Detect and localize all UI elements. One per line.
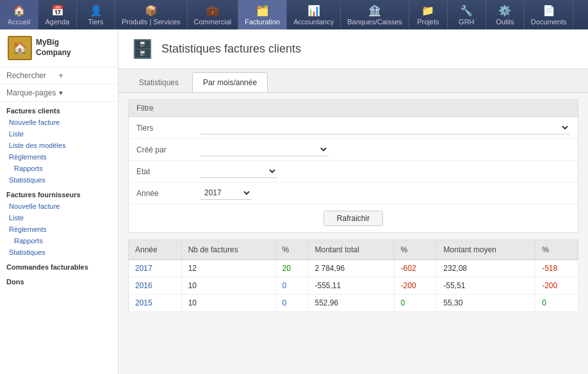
refresh-row: Rafraichir — [129, 204, 578, 232]
filter-header: Filtre — [129, 100, 578, 117]
cell-pct1: 0 — [275, 295, 308, 312]
nav-accueil[interactable]: 🏠 Accueil — [0, 0, 38, 29]
bookmarks-label: Marque-pages — [6, 88, 59, 97]
nav-banques[interactable]: 🏦 Banques/Caisses — [341, 0, 409, 29]
nav-projets[interactable]: 📁 Projets — [409, 0, 448, 29]
produits-icon: 📦 — [145, 4, 158, 17]
page-header: 🗄️ Statistiques factures clients — [118, 29, 588, 69]
filter-control-etat — [200, 165, 570, 178]
col-montant-total: Montant total — [308, 240, 394, 260]
facturation-icon: 🗂️ — [256, 4, 269, 17]
nav-outils-label: Outils — [496, 18, 514, 26]
refresh-button[interactable]: Rafraichir — [323, 211, 383, 226]
col-annee: Année — [129, 240, 182, 260]
tiers-select[interactable] — [200, 121, 570, 134]
nav-projets-label: Projets — [417, 18, 439, 26]
filter-row-tiers: Tiers — [129, 117, 578, 139]
filter-control-cree-par — [200, 143, 570, 156]
sidebar-link-reglements-fourn[interactable]: Règlements — [0, 224, 118, 235]
sidebar-search[interactable]: Rechercher ▾ — [0, 67, 118, 85]
filter-section: Filtre Tiers Créé par Etat — [128, 99, 578, 233]
cell-montant-total: -555,11 — [308, 277, 394, 295]
tab-par-mois-annee[interactable]: Par mois/année — [192, 72, 268, 92]
commercial-icon: 💼 — [206, 4, 219, 17]
col-pct3: % — [535, 240, 578, 260]
filter-label-etat: Etat — [136, 167, 200, 176]
cell-pct2: -200 — [394, 277, 437, 295]
nav-facturation[interactable]: 🗂️ Facturation — [238, 0, 287, 29]
filter-row-cree-par: Créé par — [129, 139, 578, 161]
nav-commercial[interactable]: 💼 Commercial — [188, 0, 239, 29]
sidebar-bookmarks[interactable]: Marque-pages ▾ — [0, 85, 118, 102]
outils-icon: ⚙️ — [498, 4, 511, 17]
sidebar-link-nouvelle-facture-client[interactable]: Nouvelle facture — [0, 117, 118, 128]
sidebar-section-factures-clients: Factures clients — [0, 102, 118, 117]
filter-label-cree-par: Créé par — [136, 145, 200, 154]
cell-nb-factures: 12 — [181, 260, 275, 277]
nav-agenda-label: Agenda — [45, 18, 70, 26]
annee-select[interactable]: 2017 2016 2015 — [200, 186, 252, 200]
page-title: Statistiques factures clients — [161, 42, 301, 56]
page-header-icon: 🗄️ — [131, 38, 154, 60]
home-icon: 🏠 — [13, 4, 26, 17]
top-navigation: 🏠 Accueil 📅 Agenda 👤 Tiers 📦 Produits | … — [0, 0, 588, 29]
sidebar-link-statistiques-client[interactable]: Statistiques — [0, 174, 118, 186]
company-name: MyBig Company — [36, 38, 71, 58]
sidebar: 🏠 MyBig Company Rechercher ▾ Marque-page… — [0, 29, 118, 374]
cell-montant-moyen: 55,30 — [437, 295, 535, 312]
main-content: 🗄️ Statistiques factures clients Statist… — [118, 29, 588, 374]
nav-accountancy-label: Accountancy — [293, 18, 334, 26]
cell-pct2: -602 — [394, 260, 437, 277]
table-row: 2015 10 0 552,96 0 55,30 0 — [129, 295, 578, 312]
sidebar-section-dons: Dons — [0, 273, 118, 288]
nav-documents[interactable]: 📄 Documents — [525, 0, 574, 29]
sidebar-link-reglements-client[interactable]: Règlements — [0, 151, 118, 163]
col-pct1: % — [275, 240, 308, 260]
sidebar-link-rapports-client[interactable]: Rapports — [0, 163, 118, 174]
sidebar-link-rapports-fourn[interactable]: Rapports — [0, 235, 118, 247]
sidebar-section-factures-fournisseurs: Factures fournisseurs — [0, 186, 118, 200]
etat-select[interactable] — [200, 165, 277, 178]
nav-grh[interactable]: 🔧 GRH — [448, 0, 486, 29]
nav-accountancy[interactable]: 📊 Accountancy — [287, 0, 341, 29]
cell-annee[interactable]: 2015 — [129, 295, 182, 312]
filter-control-tiers — [200, 121, 570, 134]
sidebar-link-liste-client[interactable]: Liste — [0, 128, 118, 140]
cell-pct3: 0 — [535, 295, 578, 312]
cell-montant-total: 552,96 — [308, 295, 394, 312]
filter-label-tiers: Tiers — [136, 124, 200, 133]
cell-montant-total: 2 784,96 — [308, 260, 394, 277]
cell-montant-moyen: -55,51 — [437, 277, 535, 295]
cell-pct3: -518 — [535, 260, 578, 277]
nav-tiers[interactable]: 👤 Tiers — [77, 0, 115, 29]
sidebar-link-nouvelle-facture-fourn[interactable]: Nouvelle facture — [0, 200, 118, 212]
nav-tiers-label: Tiers — [88, 18, 103, 26]
cell-annee[interactable]: 2017 — [129, 260, 182, 277]
filter-control-annee: 2017 2016 2015 — [200, 186, 570, 200]
sidebar-link-statistiques-fourn[interactable]: Statistiques — [0, 247, 118, 258]
cell-montant-moyen: 232,08 — [437, 260, 535, 277]
projets-icon: 📁 — [421, 4, 434, 17]
table-row: 2016 10 0 -555,11 -200 -55,51 -200 — [129, 277, 578, 295]
nav-agenda[interactable]: 📅 Agenda — [38, 0, 77, 29]
col-montant-moyen: Montant moyen — [437, 240, 535, 260]
nav-accueil-label: Accueil — [8, 18, 30, 26]
search-label: Rechercher — [6, 71, 59, 80]
nav-grh-label: GRH — [459, 18, 474, 26]
tab-statistiques[interactable]: Statistiques — [128, 72, 190, 92]
nav-facturation-label: Facturation — [245, 18, 280, 26]
nav-produits-services[interactable]: 📦 Produits | Services — [115, 0, 188, 29]
col-pct2: % — [394, 240, 437, 260]
nav-produits-label: Produits | Services — [122, 18, 181, 26]
filter-row-annee: Année 2017 2016 2015 — [129, 183, 578, 204]
documents-icon: 📄 — [543, 4, 555, 17]
sidebar-link-liste-modeles[interactable]: Liste des modèles — [0, 140, 118, 151]
table-row: 2017 12 20 2 784,96 -602 232,08 -518 — [129, 260, 578, 277]
sidebar-link-liste-fourn[interactable]: Liste — [0, 212, 118, 224]
cell-nb-factures: 10 — [181, 277, 275, 295]
cree-par-select[interactable] — [200, 143, 329, 156]
nav-outils[interactable]: ⚙️ Outils — [486, 0, 525, 29]
grh-icon: 🔧 — [460, 4, 473, 17]
bookmarks-arrow-icon: ▾ — [59, 88, 111, 97]
cell-annee[interactable]: 2016 — [129, 277, 182, 295]
